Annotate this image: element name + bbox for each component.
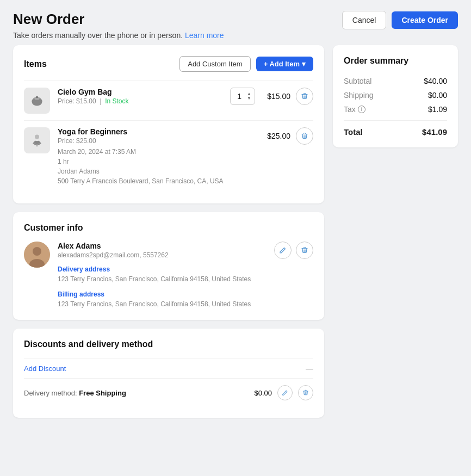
subtotal-label: Subtotal xyxy=(344,77,371,85)
item-name: Yoga for Beginners xyxy=(58,127,253,136)
trash-icon xyxy=(301,92,308,100)
total-value: $41.09 xyxy=(422,127,447,137)
customer-info-title: Customer info xyxy=(24,223,83,233)
delivery-right: $0.00 xyxy=(254,385,313,400)
add-discount-link[interactable]: Add Discount xyxy=(24,364,66,373)
delete-customer-button[interactable] xyxy=(296,242,313,259)
customer-row: Alex Adams alexadams2spd@zmail.com, 5557… xyxy=(24,242,313,309)
item-details: Yoga for Beginners Price: $25.00 March 2… xyxy=(58,127,253,186)
item-sub-details: March 20, 2024 at 7:35 AM 1 hr Jordan Ad… xyxy=(58,147,253,186)
item-thumbnail xyxy=(24,127,50,153)
tax-row: Tax i $1.09 xyxy=(344,105,447,114)
add-item-button[interactable]: + Add Item ▾ xyxy=(256,57,313,71)
svg-point-8 xyxy=(33,247,41,256)
edit-icon xyxy=(282,390,288,396)
summary-divider xyxy=(344,120,447,121)
subtotal-row: Subtotal $40.00 xyxy=(344,77,447,85)
customer-details: Alex Adams alexadams2spd@zmail.com, 5557… xyxy=(58,242,267,309)
tax-value: $1.09 xyxy=(428,105,447,114)
svg-rect-2 xyxy=(36,96,39,98)
delivery-address-text: 123 Terry Francios, San Francisco, Calif… xyxy=(58,274,267,284)
item-name: Cielo Gym Bag xyxy=(58,88,222,96)
table-row: Yoga for Beginners Price: $25.00 March 2… xyxy=(24,120,313,193)
chevron-down-icon: ▾ xyxy=(302,60,306,68)
order-summary-title: Order summary xyxy=(344,56,447,66)
shipping-value: $0.00 xyxy=(428,91,447,100)
total-row: Total $41.09 xyxy=(344,127,447,137)
billing-address-text: 123 Terry Francios, San Francisco, Calif… xyxy=(58,299,267,309)
page-title: New Order xyxy=(13,11,224,28)
shipping-label: Shipping xyxy=(344,91,374,100)
delete-delivery-button[interactable] xyxy=(298,385,313,400)
delete-item-button[interactable] xyxy=(296,88,313,105)
learn-more-link[interactable]: Learn more xyxy=(185,31,224,40)
subtotal-value: $40.00 xyxy=(424,77,447,85)
items-actions: Add Custom Item + Add Item ▾ xyxy=(179,56,313,72)
table-row: Cielo Gym Bag Price: $15.00 | In Stock 1… xyxy=(24,81,313,120)
item-price: $15.00 xyxy=(261,92,290,101)
header-actions: Cancel Create Order xyxy=(342,11,458,29)
trash-icon xyxy=(301,132,308,140)
delivery-price: $0.00 xyxy=(254,389,272,397)
billing-address-block: Billing address 123 Terry Francios, San … xyxy=(58,290,267,309)
quantity-stepper[interactable]: 1 ▲ ▼ xyxy=(230,88,255,105)
tax-info-icon: i xyxy=(358,106,365,113)
qty-value: 1 xyxy=(234,92,245,101)
shipping-row: Shipping $0.00 xyxy=(344,91,447,100)
minimize-icon: — xyxy=(306,364,313,373)
item-controls: $25.00 xyxy=(261,127,313,145)
customer-contact: alexadams2spd@zmail.com, 5557262 xyxy=(58,251,267,259)
delivery-row: Delivery method: Free Shipping $0.00 xyxy=(24,378,313,407)
edit-icon xyxy=(279,246,287,254)
item-details: Cielo Gym Bag Price: $15.00 | In Stock xyxy=(58,88,222,105)
order-summary-card: Order summary Subtotal $40.00 Shipping $… xyxy=(333,45,458,147)
discounts-title: Discounts and delivery method xyxy=(24,339,313,349)
delivery-address-block: Delivery address 123 Terry Francios, San… xyxy=(58,265,267,284)
page-subtitle: Take orders manually over the phone or i… xyxy=(13,31,224,40)
delete-item-button[interactable] xyxy=(296,127,313,145)
avatar xyxy=(24,242,50,268)
total-label: Total xyxy=(344,127,363,137)
discount-row: Add Discount — xyxy=(24,358,313,378)
trash-icon xyxy=(301,246,308,254)
item-price-label: Price: $25.00 xyxy=(58,137,253,145)
items-card: Items Add Custom Item + Add Item ▾ xyxy=(13,45,324,203)
edit-customer-button[interactable] xyxy=(274,242,292,259)
create-order-button[interactable]: Create Order xyxy=(392,11,458,29)
svg-point-3 xyxy=(35,135,39,139)
billing-address-label: Billing address xyxy=(58,290,267,298)
customer-actions xyxy=(274,242,313,259)
items-title: Items xyxy=(24,59,47,69)
item-thumbnail xyxy=(24,88,50,114)
item-meta: Price: $15.00 | In Stock xyxy=(58,97,222,105)
item-price: $25.00 xyxy=(261,132,290,140)
customer-name: Alex Adams xyxy=(58,242,267,250)
qty-down-button[interactable]: ▼ xyxy=(247,96,251,101)
add-custom-item-button[interactable]: Add Custom Item xyxy=(179,56,250,72)
discounts-card: Discounts and delivery method Add Discou… xyxy=(13,329,324,418)
customer-info-card: Customer info Alex Adams alexadams2spd@z… xyxy=(13,212,324,320)
edit-delivery-button[interactable] xyxy=(277,385,293,400)
delivery-address-label: Delivery address xyxy=(58,265,267,273)
tax-label: Tax i xyxy=(344,105,365,114)
delivery-label: Delivery method: Free Shipping xyxy=(24,389,126,397)
trash-icon xyxy=(302,390,309,396)
cancel-button[interactable]: Cancel xyxy=(342,11,387,29)
item-controls: 1 ▲ ▼ $15.00 xyxy=(230,88,313,105)
